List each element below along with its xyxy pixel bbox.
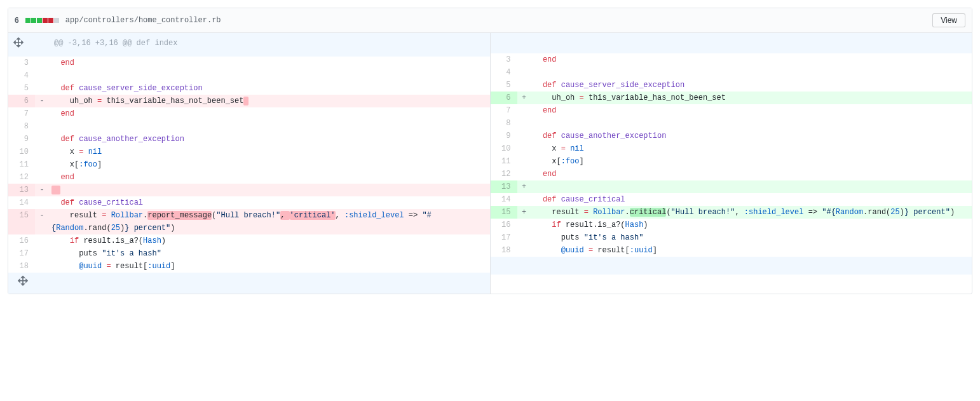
diff-line: 14 def cause_critical — [491, 193, 972, 206]
code-cell: def cause_server_side_exception — [531, 79, 972, 92]
code-cell: if result.is_a?(Hash) — [49, 234, 490, 247]
diff-sign — [35, 57, 49, 69]
line-number[interactable]: 4 — [8, 69, 35, 82]
diff-sign — [517, 155, 531, 168]
code-cell: @uuid = result[:uuid] — [531, 244, 972, 257]
line-number[interactable]: 8 — [8, 120, 35, 133]
line-number[interactable]: 6 — [491, 92, 517, 104]
diff-sign — [517, 244, 531, 257]
line-number[interactable]: 11 — [491, 155, 517, 168]
diff-line: 5 def cause_server_side_exception — [491, 79, 972, 92]
code-cell: def cause_critical — [49, 196, 490, 209]
code-cell: end — [531, 104, 972, 117]
line-number[interactable]: 15 — [8, 209, 35, 234]
diff-sign — [35, 260, 49, 273]
diff-line: 10 x = nil — [491, 142, 972, 155]
diffstat-block — [54, 18, 59, 23]
diff-line: 15+ result = Rollbar.critical("Hull brea… — [491, 206, 972, 219]
line-number[interactable]: 10 — [491, 142, 517, 155]
line-number[interactable]: 17 — [491, 231, 517, 244]
diff-line: 9 def cause_another_exception — [491, 130, 972, 142]
file-path[interactable]: app/controllers/home_controller.rb — [65, 16, 221, 25]
code-cell — [49, 184, 490, 196]
diff-sign — [35, 82, 49, 95]
diffstat-block — [48, 18, 53, 23]
line-number[interactable]: 12 — [8, 171, 35, 184]
line-number[interactable]: 13 — [491, 180, 517, 193]
line-number[interactable]: 9 — [491, 130, 517, 142]
code-cell: result = Rollbar.critical("Hull breach!"… — [531, 206, 972, 219]
line-number[interactable]: 7 — [491, 104, 517, 117]
line-number[interactable]: 18 — [491, 244, 517, 257]
diff-line: 8 — [491, 117, 972, 130]
line-number[interactable]: 14 — [491, 193, 517, 206]
line-number[interactable]: 7 — [8, 107, 35, 120]
diff-line: 12 end — [491, 168, 972, 180]
line-number[interactable]: 16 — [8, 234, 35, 247]
line-number[interactable]: 5 — [8, 82, 35, 95]
diff-line: 6+ uh_oh = this_variable_has_not_been_se… — [491, 92, 972, 104]
line-number[interactable]: 17 — [8, 247, 35, 260]
code-cell: end — [49, 107, 490, 120]
diff-line: 18 @uuid = result[:uuid] — [8, 260, 490, 273]
code-cell: end — [49, 57, 490, 69]
diff-sign — [517, 117, 531, 130]
diff-line: 18 @uuid = result[:uuid] — [491, 244, 972, 257]
diff-sign — [517, 193, 531, 206]
line-number[interactable]: 9 — [8, 133, 35, 146]
line-number[interactable]: 14 — [8, 196, 35, 209]
diff-line: 3 end — [491, 53, 972, 66]
diff-sign — [35, 158, 49, 171]
code-cell: uh_oh = this_variable_has_not_been_set — [49, 95, 490, 107]
expand-icon[interactable] — [8, 33, 35, 57]
line-number[interactable]: 16 — [491, 219, 517, 231]
diff-line: 14 def cause_critical — [8, 196, 490, 209]
hunk-header: @@ -3,16 +3,16 @@ def index — [49, 33, 490, 57]
line-number[interactable]: 11 — [8, 158, 35, 171]
diff-line: 9 def cause_another_exception — [8, 133, 490, 146]
diff-sign — [517, 130, 531, 142]
diff-sign: - — [35, 95, 49, 107]
line-number[interactable]: 6 — [8, 95, 35, 107]
line-number[interactable]: 15 — [491, 206, 517, 219]
diff-sign — [35, 247, 49, 260]
code-cell: end — [531, 168, 972, 180]
diff-sign — [517, 231, 531, 244]
code-cell: x = nil — [531, 142, 972, 155]
view-button[interactable]: View — [932, 13, 965, 27]
line-number[interactable]: 5 — [491, 79, 517, 92]
diffstat-block — [25, 18, 31, 23]
line-number[interactable]: 4 — [491, 66, 517, 79]
diff-line: 7 end — [8, 107, 490, 120]
code-cell — [49, 120, 490, 133]
diff-line: 5 def cause_server_side_exception — [8, 82, 490, 95]
code-cell — [531, 117, 972, 130]
diff-sign: + — [517, 206, 531, 219]
code-cell: x[:foo] — [49, 158, 490, 171]
diffstat — [25, 18, 59, 23]
line-number[interactable]: 13 — [8, 184, 35, 196]
diff-sign — [517, 168, 531, 180]
diff-sign — [517, 104, 531, 117]
diff-line: 10 x = nil — [8, 146, 490, 158]
code-cell: if result.is_a?(Hash) — [531, 219, 972, 231]
code-cell — [531, 180, 972, 193]
line-number[interactable]: 10 — [8, 146, 35, 158]
code-cell: @uuid = result[:uuid] — [49, 260, 490, 273]
code-cell — [531, 66, 972, 79]
line-number[interactable]: 3 — [8, 57, 35, 69]
diff-sign — [35, 133, 49, 146]
diff-sign: + — [517, 92, 531, 104]
code-cell: def cause_server_side_exception — [49, 82, 490, 95]
diff-sign — [35, 234, 49, 247]
code-cell: end — [531, 53, 972, 66]
line-number[interactable]: 3 — [491, 53, 517, 66]
diff-body: @@ -3,16 +3,16 @@ def index3 end4 5 def … — [8, 33, 972, 294]
expand-icon[interactable] — [8, 273, 35, 294]
code-cell: x[:foo] — [531, 155, 972, 168]
line-number[interactable]: 8 — [491, 117, 517, 130]
line-number[interactable]: 12 — [491, 168, 517, 180]
diff-line: 17 puts "it's a hash" — [8, 247, 490, 260]
line-number[interactable]: 18 — [8, 260, 35, 273]
code-cell: puts "it's a hash" — [49, 247, 490, 260]
